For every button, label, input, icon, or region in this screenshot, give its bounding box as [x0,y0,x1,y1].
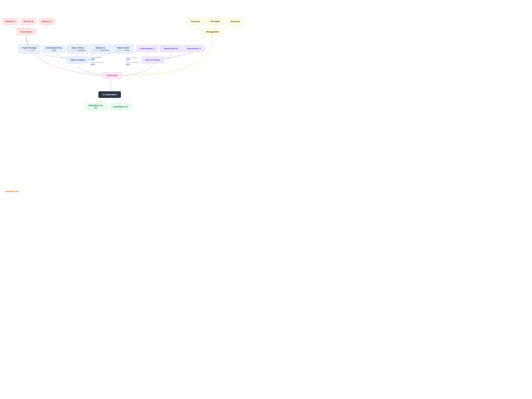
ownership-label: Ownership [107,74,118,77]
financial-interests-b-label: Financial Interests [126,62,139,63]
president-node: President [207,18,224,25]
management-node: Management [202,29,223,35]
frank-founder-sub: Citizenship US [24,50,35,51]
frank-citizenship-value: US [32,50,35,51]
global-co-label: Global Co. [95,47,106,49]
management-label: Management [206,31,219,33]
owen-owner-label: Owen Owner [72,47,84,49]
c-corporation-node: C Corporation [98,91,121,98]
helen-client-sub: Citizenship France [117,50,130,51]
chart-container: Director C Director B Director A Governa… [0,0,266,200]
financial-interests-a-label: Financial Interests [91,62,103,63]
frank-citizenship-label: Citizenship [24,50,32,51]
director-b-node: Director B [21,18,36,25]
owen-residence-value: Singapore [78,50,86,51]
helen-citizenship-value: France [125,50,130,51]
shareholder-a-label: Shareholder A [187,47,201,50]
financial-interests-a-value: 60% [91,63,95,66]
subsidiary-llc-label: Subsidiary LLC [113,106,128,108]
class-b-shares-label: Class B Shares [145,59,160,61]
investment-firm-node: Investment Firm, LLC [43,46,65,52]
c-corporation-label: C Corporation [103,93,117,96]
subsidiary-llc-node: Subsidiary LLC [110,103,131,110]
connections-svg [0,0,266,200]
investment-firm-label: Investment Firm, LLC [45,47,63,51]
director-a-node: Director A [39,18,55,25]
class-a-shares-node: Class A Shares [67,57,89,63]
treasurer-label: Treasurer [191,20,200,23]
global-jurisdiction-label: Jurisdiction [92,50,100,51]
helen-citizenship-label: Citizenship [117,50,124,51]
global-co-node: Global Co. Jurisdiction Switzerland [90,45,111,53]
shareholder-b-label: Shareholder B [164,47,178,50]
president-label: President [211,20,220,23]
info-box-a: Voting Interests 90% Financial Interests… [89,55,109,67]
subsidiary-co-label: Subsidiary Co., Inc. [87,104,105,109]
voting-interests-a-value: 90% [91,58,95,61]
subsidiary-co-node: Subsidiary Co., Inc. [85,103,107,110]
shareholder-a-node: Shareholder A [183,45,205,52]
brand-label: lexchart.com [5,190,19,193]
info-box-b: Voting Interests 10% Financial Interests… [124,55,141,67]
helen-client-label: Helen Client [117,47,129,49]
helen-client-node: Helen Client Citizenship France [113,45,133,53]
treasurer-node: Treasurer [187,18,204,25]
frank-founder-node: Frank Founder Citizenship US [19,45,40,53]
director-c-label: Director C [5,20,15,23]
governance-label: Governance [20,31,32,33]
shareholder-c-label: Shareholder C [140,47,154,50]
voting-interests-a-label: Voting Interests [91,57,101,58]
secretary-node: Secretary [227,18,244,25]
frank-founder-label: Frank Founder [22,47,37,49]
governance-node: Governance [17,29,36,35]
owen-owner-node: Owen Owner Residence Singapore [67,45,89,53]
owen-residence-label: Residence [70,50,78,51]
shareholder-b-node: Shareholder B [160,45,182,52]
shareholder-c-node: Shareholder C [137,45,158,52]
director-c-node: Director C [3,18,18,25]
class-a-shares-label: Class A Shares [70,59,85,61]
class-b-shares-node: Class B Shares [142,57,164,63]
director-b-label: Director B [24,20,34,23]
owen-owner-sub: Residence Singapore [70,50,86,51]
secretary-label: Secretary [231,20,240,23]
ownership-node: Ownership [103,72,122,78]
voting-interests-b-label: Voting Interests [126,57,137,58]
director-a-label: Director A [42,20,52,23]
voting-interests-b-value: 10% [126,58,130,61]
global-co-sub: Jurisdiction Switzerland [92,50,109,51]
financial-interests-b-value: 40% [126,63,130,66]
global-jurisdiction-value: Switzerland [101,50,109,51]
